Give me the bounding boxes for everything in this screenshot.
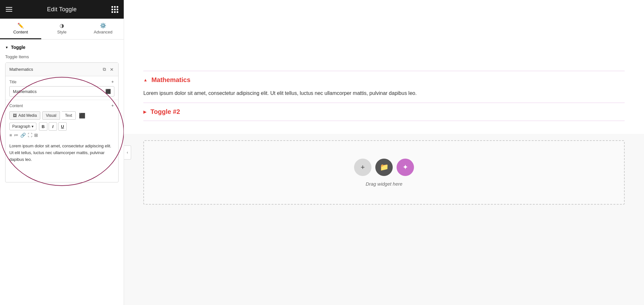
unordered-list-button[interactable]: ≡: [9, 133, 12, 138]
add-media-icon: 🖼: [13, 113, 17, 118]
apps-icon[interactable]: [111, 6, 118, 13]
add-media-button[interactable]: 🖼 Add Media: [9, 111, 40, 120]
ordered-list-button[interactable]: ≔: [14, 133, 18, 138]
panel-title: Edit Toggle: [47, 6, 77, 13]
tab-content[interactable]: ✏️ Content: [0, 19, 41, 39]
card-header: Mathematics ⧉ ✕: [5, 63, 118, 76]
title-field-container: Title ✦ ⬛: [5, 76, 118, 100]
panel-tabs: ✏️ Content ◑ Style ⚙️ Advanced: [0, 19, 124, 40]
panel-header: Edit Toggle: [0, 0, 124, 19]
toggle-1-title: Mathematics: [151, 76, 190, 84]
database-icon[interactable]: ⬛: [105, 89, 111, 94]
drag-widget-label: Drag widget here: [366, 181, 402, 187]
toggle-1-content: Lorem ipsum dolor sit amet, consectetur …: [143, 89, 625, 103]
toggle-item-2: ▶ Toggle #2: [143, 103, 625, 121]
dropdown-arrow-icon: ▾: [32, 124, 34, 129]
tab-content-label: Content: [13, 30, 28, 34]
panel-body: ▼ Toggle Toggle Items Mathematics ⧉ ✕ Ti…: [0, 40, 124, 305]
fullscreen-button[interactable]: ⛶: [28, 133, 32, 138]
toggle-item-1-header[interactable]: ▲ Mathematics: [143, 71, 625, 89]
visual-button[interactable]: Visual: [42, 111, 60, 120]
delete-button[interactable]: ✕: [109, 66, 114, 73]
title-label: Title: [9, 80, 16, 84]
widget-drop-buttons: + 📁 ✦: [354, 159, 414, 176]
paragraph-label: Paragraph: [12, 124, 30, 129]
title-input[interactable]: [13, 89, 105, 94]
toggle-item-2-header[interactable]: ▶ Toggle #2: [143, 103, 625, 121]
duplicate-button[interactable]: ⧉: [102, 66, 107, 73]
dynamic-tag-button[interactable]: ✦: [111, 79, 114, 84]
folder-widget-button[interactable]: 📁: [375, 159, 393, 176]
section-title: Toggle: [11, 45, 25, 50]
italic-button[interactable]: I: [49, 122, 57, 131]
text-button[interactable]: Text: [62, 111, 76, 120]
toggle-section-header[interactable]: ▼ Toggle: [5, 45, 119, 50]
ai-widget-button[interactable]: ✦: [397, 159, 414, 176]
paragraph-select[interactable]: Paragraph ▾: [9, 123, 36, 130]
tab-advanced[interactable]: ⚙️ Advanced: [82, 19, 124, 39]
left-panel: Edit Toggle ✏️ Content ◑ Style ⚙️ Advanc…: [0, 0, 124, 305]
section-arrow-icon: ▼: [5, 46, 8, 49]
style-icon: ◑: [60, 23, 64, 28]
table-button[interactable]: ⊞: [34, 133, 38, 138]
card-title: Mathematics: [9, 67, 33, 72]
hamburger-icon[interactable]: [6, 7, 12, 12]
content-dynamic-btn[interactable]: ✦: [111, 103, 114, 108]
content-label-row: Content ✦: [9, 103, 114, 108]
pencil-icon: ✏️: [17, 23, 24, 28]
media-toolbar: 🖼 Add Media Visual Text ⬛: [9, 111, 114, 120]
toggle-2-arrow-icon: ▶: [143, 109, 147, 114]
tab-style[interactable]: ◑ Style: [41, 19, 82, 39]
tab-style-label: Style: [57, 30, 67, 34]
add-media-label: Add Media: [18, 113, 37, 118]
top-spacer: [124, 0, 644, 58]
link-button[interactable]: 🔗: [20, 133, 26, 138]
format-toolbar-2: ≡ ≔ 🔗 ⛶ ⊞: [9, 133, 114, 138]
content-editor[interactable]: Lorem ipsum dolor sit amet, consectetur …: [9, 140, 114, 179]
toggle-item-card: Mathematics ⧉ ✕ Title ✦ ⬛: [5, 62, 119, 182]
content-label: Content: [9, 104, 23, 108]
tab-advanced-label: Advanced: [94, 30, 112, 34]
underline-button[interactable]: U: [58, 122, 67, 131]
stack-icon-button[interactable]: ⬛: [79, 113, 85, 119]
gear-icon: ⚙️: [100, 23, 106, 28]
collapse-panel-button[interactable]: ‹: [124, 145, 131, 160]
format-toolbar: Paragraph ▾ B I U: [9, 122, 114, 131]
title-input-wrapper: ⬛: [9, 86, 114, 97]
right-panel: ‹ ▲ Mathematics Lorem ipsum dolor sit am…: [124, 0, 644, 305]
toggle-widget-area: ▲ Mathematics Lorem ipsum dolor sit amet…: [124, 58, 644, 134]
toggle-items-label: Toggle Items: [5, 54, 119, 59]
title-field-label-row: Title ✦: [9, 79, 114, 84]
toggle-item-1: ▲ Mathematics Lorem ipsum dolor sit amet…: [143, 71, 625, 103]
content-section: Content ✦ 🖼 Add Media Visual Text ⬛ Para…: [5, 100, 118, 182]
toggle-2-title: Toggle #2: [150, 108, 180, 116]
card-header-actions: ⧉ ✕: [102, 66, 114, 73]
add-widget-button[interactable]: +: [354, 159, 371, 176]
bold-button[interactable]: B: [39, 122, 47, 131]
canvas-area: ▲ Mathematics Lorem ipsum dolor sit amet…: [124, 0, 644, 305]
toggle-1-arrow-icon: ▲: [143, 78, 148, 82]
widget-drop-area: + 📁 ✦ Drag widget here: [143, 140, 625, 205]
